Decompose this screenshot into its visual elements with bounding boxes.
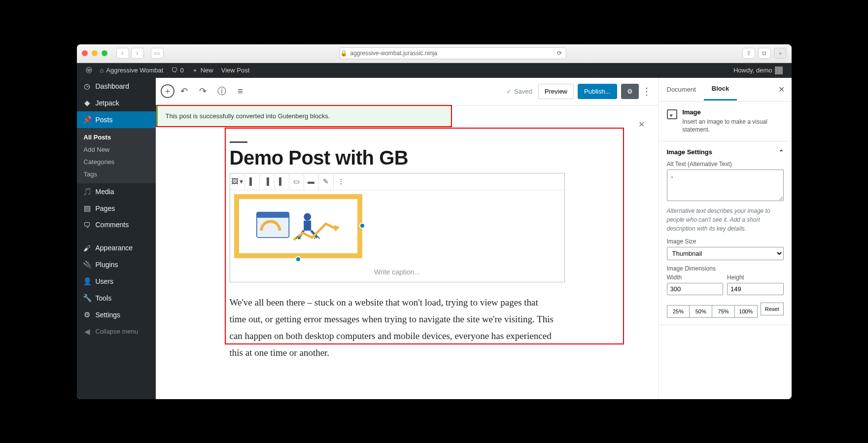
sidebar-item-dashboard[interactable]: ◷Dashboard — [77, 78, 156, 95]
url-host: aggressive-wombat.jurassic.ninja — [350, 50, 438, 57]
browser-titlebar: ‹ › ▭ 🔒 aggressive-wombat.jurassic.ninja… — [77, 44, 792, 63]
sidebar-item-comments[interactable]: 🗨Comments — [77, 217, 156, 233]
collapse-menu-button[interactable]: ◀Collapse menu — [77, 323, 156, 340]
image-thumbnail[interactable] — [234, 194, 362, 258]
sidebar-item-plugins[interactable]: 🔌Plugins — [77, 256, 156, 273]
redo-button[interactable]: ↷ — [194, 82, 212, 100]
close-panel-button[interactable]: ✕ — [771, 85, 792, 94]
width-input[interactable] — [667, 283, 724, 295]
nav-back-button[interactable]: ‹ — [116, 48, 129, 59]
sidebar-item-settings[interactable]: ⚙Settings — [77, 307, 156, 323]
alt-text-input[interactable]: - — [667, 170, 784, 201]
align-center-button[interactable]: ▐ — [260, 173, 275, 190]
address-bar[interactable]: 🔒 aggressive-wombat.jurassic.ninja ⟳ — [340, 47, 566, 59]
block-name: Image — [682, 108, 783, 116]
submenu-add-new[interactable]: Add New — [77, 143, 156, 156]
scale-100-button[interactable]: 100% — [735, 305, 758, 318]
svg-marker-6 — [334, 225, 339, 232]
block-description: Image Insert an image to make a visual s… — [659, 102, 792, 142]
tab-block[interactable]: Block — [704, 78, 737, 101]
minimize-window-icon[interactable] — [92, 50, 98, 56]
tab-document[interactable]: Document — [659, 79, 704, 100]
submenu-tags[interactable]: Tags — [77, 168, 156, 180]
svg-point-2 — [304, 213, 311, 220]
info-button[interactable]: ⓘ — [213, 82, 231, 100]
wp-logo-menu[interactable]: ⓦ — [82, 63, 96, 78]
resize-handle-right[interactable] — [359, 223, 365, 229]
alt-text-label: Alt Text (Alternative Text) — [667, 161, 784, 168]
window-controls — [82, 50, 107, 56]
pin-icon: 📌 — [83, 115, 92, 124]
wrench-icon: 🔧 — [83, 294, 92, 303]
block-more-button[interactable]: ⋮ — [334, 173, 348, 190]
home-icon: ⌂ — [100, 67, 104, 74]
svg-rect-1 — [256, 212, 288, 217]
scale-75-button[interactable]: 75% — [712, 305, 735, 318]
sidebar-item-pages[interactable]: ▤Pages — [77, 200, 156, 217]
account-menu[interactable]: Howdy, demo — [729, 63, 787, 78]
undo-button[interactable]: ↶ — [175, 82, 193, 100]
plug-icon: 🔌 — [83, 260, 92, 269]
brush-icon: 🖌 — [83, 244, 92, 252]
sidebar-item-jetpack[interactable]: ◆Jetpack — [77, 95, 156, 111]
comments-menu[interactable]: 🗨0 — [167, 63, 187, 78]
add-block-button[interactable]: ＋ — [161, 84, 174, 98]
share-button[interactable]: ⇪ — [742, 48, 755, 59]
align-wide-button[interactable]: ▭ — [289, 173, 304, 190]
save-status: ✓Saved — [506, 88, 532, 95]
panel-tabs: Document Block ✕ — [659, 78, 792, 102]
resize-handle-bottom[interactable] — [295, 256, 301, 262]
sidebar-item-users[interactable]: 👤Users — [77, 273, 156, 290]
reset-dimensions-button[interactable]: Reset — [761, 303, 784, 315]
publish-button[interactable]: Publish... — [578, 84, 617, 99]
paragraph-block[interactable]: We've all been there – stuck on a websit… — [230, 294, 555, 362]
tabs-button[interactable]: ⧉ — [758, 48, 771, 59]
nav-forward-button[interactable]: › — [131, 48, 144, 59]
sidebar-item-posts[interactable]: 📌Posts — [77, 111, 156, 128]
align-right-button[interactable]: ▌ — [275, 173, 289, 190]
submenu-all-posts[interactable]: All Posts — [77, 131, 156, 143]
image-block[interactable]: 🖼 ▾ ▌ ▐ ▌ ▭ ▬ ✎ ⋮ — [230, 173, 565, 282]
submenu-categories[interactable]: Categories — [77, 156, 156, 168]
scale-25-button[interactable]: 25% — [667, 305, 690, 318]
height-label: Height — [727, 274, 784, 281]
maximize-window-icon[interactable] — [102, 50, 107, 56]
reload-icon[interactable]: ⟳ — [557, 50, 566, 57]
media-icon: 🎵 — [83, 187, 92, 196]
align-left-button[interactable]: ▌ — [245, 173, 260, 190]
new-content-menu[interactable]: ＋New — [188, 63, 217, 78]
edit-image-button[interactable]: ✎ — [319, 173, 334, 190]
sidebar-item-tools[interactable]: 🔧Tools — [77, 290, 156, 307]
image-size-label: Image Size — [667, 238, 784, 245]
post-title-block[interactable]: Demo Post with GB — [230, 141, 599, 169]
outline-button[interactable]: ≡ — [232, 82, 249, 100]
sidebar-item-appearance[interactable]: 🖌Appearance — [77, 240, 156, 256]
close-window-icon[interactable] — [82, 50, 88, 56]
align-full-button[interactable]: ▬ — [304, 173, 319, 190]
scale-50-button[interactable]: 50% — [690, 305, 712, 318]
wordpress-icon: ⓦ — [86, 66, 92, 75]
new-tab-button[interactable]: ＋ — [774, 48, 787, 59]
check-icon: ✓ — [506, 88, 512, 95]
preview-button[interactable]: Preview — [538, 84, 574, 99]
block-desc-text: Insert an image to make a visual stateme… — [682, 118, 783, 135]
sidebar-toggle-button[interactable]: ▭ — [151, 48, 164, 59]
post-title[interactable]: Demo Post with GB — [230, 147, 599, 169]
section-toggle[interactable]: Image Settings⌃ — [667, 148, 784, 156]
editor-canvas[interactable]: Demo Post with GB 🖼 ▾ ▌ ▐ ▌ ▭ ▬ ✎ ⋮ — [156, 127, 659, 399]
block-toolbar: 🖼 ▾ ▌ ▐ ▌ ▭ ▬ ✎ ⋮ — [230, 173, 564, 190]
sidebar-item-media[interactable]: 🎵Media — [77, 183, 156, 200]
block-type-button[interactable]: 🖼 ▾ — [230, 173, 245, 190]
editor-toolbar: ＋ ↶ ↷ ⓘ ≡ ✓Saved Preview Publish... ⚙ ⋮ — [156, 78, 659, 105]
site-name-menu[interactable]: ⌂Aggressive Wombat — [96, 63, 168, 78]
user-icon: 👤 — [83, 277, 92, 286]
height-input[interactable] — [727, 283, 784, 295]
image-caption-input[interactable]: Write caption... — [230, 262, 564, 282]
plus-icon: ＋ — [192, 66, 198, 75]
image-dimensions-label: Image Dimensions — [667, 265, 784, 272]
editor-area: ＋ ↶ ↷ ⓘ ≡ ✓Saved Preview Publish... ⚙ ⋮ … — [156, 78, 659, 399]
image-size-select[interactable]: Thumbnail — [667, 247, 784, 260]
settings-toggle-button[interactable]: ⚙ — [621, 84, 639, 99]
view-post-link[interactable]: View Post — [217, 63, 254, 78]
more-menu-button[interactable]: ⋮ — [640, 85, 654, 97]
